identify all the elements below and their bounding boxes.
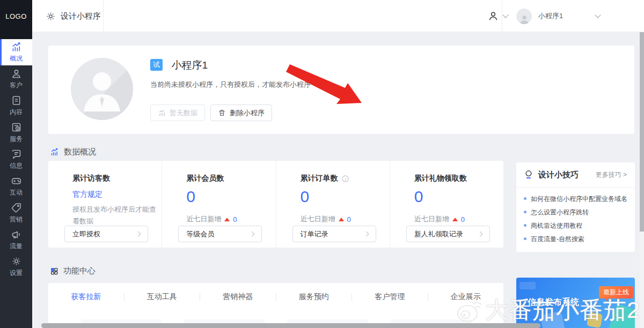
account-name: 小程序1 [538,11,563,21]
stat-title: 累计会员数 [186,174,275,183]
tab-interactive-tools[interactable]: 互动工具 [125,292,200,302]
stat-members: 累计会员数 0 近七日新增 0 等级会员 [162,161,275,248]
decoration [519,282,536,289]
chevron-down-icon [502,12,508,18]
info-icon[interactable] [341,175,349,183]
account-avatar [516,9,532,24]
official-rules-link[interactable]: 官方规定 [72,190,162,199]
no-data-label: 暂无数据 [170,108,197,118]
tab-enterprise-display[interactable]: 企业展示 [428,292,504,302]
increase-triangle-icon [224,218,230,221]
gift-records-button[interactable]: 新人礼领取记录 [406,226,490,242]
bullet-icon [524,211,526,213]
sidebar-item-marketing[interactable]: 营销 [0,199,32,226]
sidebar-item-content[interactable]: 内容 [0,92,32,119]
marketing-tag-icon [11,202,22,213]
member-levels-button[interactable]: 等级会员 [178,226,262,242]
sidebar-item-label: 服务 [10,135,23,144]
mini-chart-icon [158,109,166,117]
chevron-right-icon [136,232,141,237]
stat-title: 累计访客数 [72,174,162,183]
delete-miniprogram-button[interactable]: 删除小程序 [210,105,272,121]
settings-gear-icon [11,256,22,267]
miniprogram-name: 小程序1 [171,58,208,72]
decoration [540,311,565,328]
tab-marketing-tools[interactable]: 营销神器 [200,292,276,302]
sidebar-item-services[interactable]: 服务 [0,119,32,146]
delta-value: 0 [461,215,465,223]
tips-title: 设计小技巧 [538,170,579,180]
delta-value: 0 [233,215,237,223]
stat-button-label: 立即授权 [72,229,100,239]
tip-link[interactable]: 如何在微信小程序中配置业务域名? [524,195,627,203]
sidebar-nav: 概况 客户 内容 服务 [0,32,32,328]
authorize-hint-text: 当前尚未授权小程序，只有授权后，才能发布小程序 [150,80,311,90]
tip-text: 怎么设置小程序跳转 [531,208,589,217]
chevron-right-icon [477,232,482,237]
sidebar-item-interaction[interactable]: 互动 [0,173,32,199]
account-menu[interactable]: 小程序1 [516,0,563,32]
horizontal-scrollbar-thumb[interactable] [41,323,540,328]
more-tips-link[interactable]: 更多技巧 > [596,170,627,180]
tip-text: 如何在微信小程序中配置业务域名? [531,195,627,203]
stat-value: 0 [414,188,503,206]
tip-link[interactable]: 怎么设置小程序跳转 [524,208,627,217]
banner-title: 信息发布系统 [528,297,579,308]
lamp-icon [524,170,533,180]
stat-button-label: 新人礼领取记录 [414,229,463,239]
sidebar-item-overview[interactable]: 概况 [0,39,32,65]
bullet-icon [524,224,526,227]
feature-center-card: 获客拉新 互动工具 营销神器 服务预约 客户管理 企业展示 [48,283,503,328]
section-title: 数据概况 [64,147,96,157]
tab-design-miniprogram[interactable]: 设计小程序 [32,0,104,32]
stat-button-label: 等级会员 [186,229,214,239]
vertical-scrollbar-thumb[interactable] [640,32,644,232]
customer-icon [11,68,22,79]
order-records-button[interactable]: 订单记录 [292,226,376,242]
data-overview-header: 数据概况 [50,147,96,157]
stat-title: 累计礼物领取数 [414,174,503,183]
vertical-scrollbar[interactable] [640,32,644,328]
authorize-now-button[interactable]: 立即授权 [64,226,148,242]
tip-text: 百度流量-自然搜索 [531,235,584,243]
stat-button-label: 订单记录 [301,229,328,239]
decoration [607,303,635,328]
design-tips-panel: 设计小技巧 更多技巧 > 如何在微信小程序中配置业务域名? 怎么设置小程序跳转 … [516,162,635,252]
tab-service-booking[interactable]: 服务预约 [276,292,352,302]
miniprogram-profile-card: 试 小程序1 当前尚未授权小程序，只有授权后，才能发布小程序 暂无数据 删除小程… [48,46,634,134]
sidebar-item-traffic[interactable]: 流量 [0,226,32,253]
miniprogram-avatar [71,58,133,120]
sidebar-spacer [0,32,32,39]
stat-value: 0 [301,188,390,206]
sidebar-item-label: 流量 [10,242,23,251]
tip-text: 商机雷达使用教程 [531,221,582,230]
new-release-badge: 最新上线 [599,286,633,299]
info-publish-banner[interactable]: 信息发布系统 最新上线 [516,278,635,328]
stat-title: 累计订单数 [301,174,338,183]
stat-value: 0 [186,188,275,206]
profile-info: 试 小程序1 当前尚未授权小程序，只有授权后，才能发布小程序 [150,58,311,90]
stat-visitors: 累计访客数 官方规定 授权且发布小程序后才能查看数据 立即授权 [48,161,162,248]
chart-overview-icon [50,147,59,156]
user-menu[interactable] [487,0,508,32]
chart-overview-icon [11,41,22,53]
increase-triangle-icon [339,218,344,221]
sidebar-item-settings[interactable]: 设置 [0,253,32,280]
section-title: 功能中心 [63,266,96,276]
sidebar-item-label: 信息 [10,161,23,170]
delta-label: 近七日新增 [414,214,449,224]
stat-gifts: 累计礼物领取数 0 近七日新增 0 新人礼领取记录 [390,161,503,248]
sidebar-item-label: 概况 [10,54,23,63]
tip-link[interactable]: 商机雷达使用教程 [524,221,627,230]
sidebar-item-customers[interactable]: 客户 [0,65,32,92]
sidebar-item-messages[interactable]: 信息 [0,146,32,173]
tab-acquire-customers[interactable]: 获客拉新 [48,292,124,302]
tip-link[interactable]: 百度流量-自然搜索 [524,235,627,243]
delta-label: 近七日新增 [186,214,221,224]
tab-customer-management[interactable]: 客户管理 [352,292,428,302]
decoration [587,312,603,328]
sidebar-item-label: 互动 [10,188,23,197]
no-data-button[interactable]: 暂无数据 [150,105,205,121]
chevron-right-icon [363,232,369,237]
trash-icon [218,109,226,117]
